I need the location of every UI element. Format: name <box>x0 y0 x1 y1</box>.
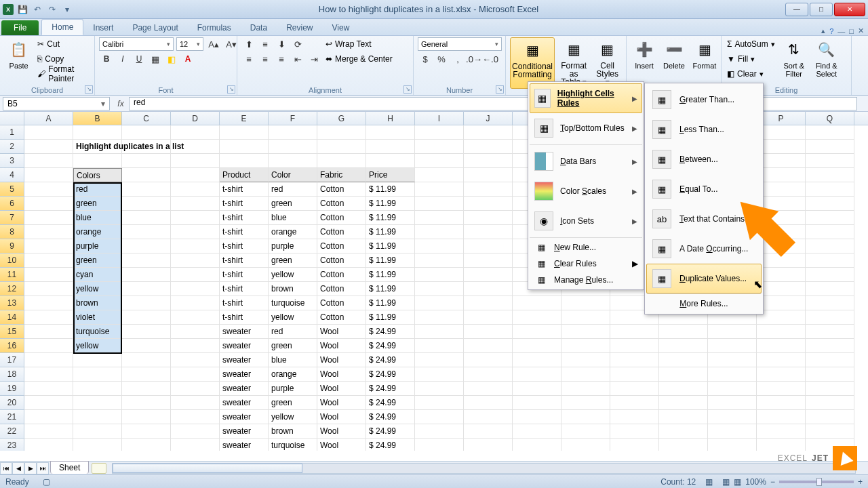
row-header-18[interactable]: 18 <box>0 367 24 382</box>
cell-G20[interactable]: Wool <box>317 396 366 410</box>
cell-B16[interactable]: yellow <box>73 339 122 353</box>
cell-C4[interactable] <box>122 168 171 182</box>
cell-L13[interactable] <box>561 296 610 310</box>
cell-H15[interactable]: $ 24.99 <box>366 325 415 339</box>
zoom-level[interactable]: 100% <box>745 477 766 487</box>
cell-Q9[interactable] <box>806 239 854 253</box>
cell-D19[interactable] <box>171 382 220 396</box>
border-button[interactable]: ▦ <box>148 52 163 66</box>
cell-Q14[interactable] <box>806 310 854 325</box>
cell-N23[interactable] <box>659 439 708 451</box>
cell-C5[interactable] <box>122 182 171 197</box>
cell-P2[interactable] <box>757 140 806 154</box>
cell-G14[interactable]: Cotton <box>317 310 366 325</box>
cell-Q5[interactable] <box>806 182 854 197</box>
cell-H11[interactable]: $ 11.99 <box>366 268 415 282</box>
cell-J2[interactable] <box>464 140 513 154</box>
cell-A20[interactable] <box>24 396 73 410</box>
cell-A23[interactable] <box>24 439 73 451</box>
cell-K14[interactable] <box>513 310 561 325</box>
align-center-icon[interactable]: ≡ <box>258 52 273 66</box>
find-select-button[interactable]: 🔍Find & Select <box>812 37 842 79</box>
cell-A6[interactable] <box>24 197 73 211</box>
cell-C14[interactable] <box>122 310 171 325</box>
cell-I11[interactable] <box>415 268 464 282</box>
insert-cells-button[interactable]: ➕Insert <box>631 37 658 71</box>
cell-H9[interactable]: $ 11.99 <box>366 239 415 253</box>
cell-E6[interactable]: t-shirt <box>220 197 269 211</box>
cell-K22[interactable] <box>513 424 561 439</box>
view-normal-icon[interactable]: ▦ <box>705 477 713 487</box>
autosum-button[interactable]: ΣAutoSum ▾ <box>726 37 776 51</box>
cell-I3[interactable] <box>415 154 464 168</box>
column-header-F[interactable]: F <box>269 112 317 125</box>
cell-K20[interactable] <box>513 396 561 410</box>
font-size-combo[interactable]: 12 <box>176 37 203 51</box>
cell-C12[interactable] <box>122 282 171 296</box>
alignment-dialog-launcher[interactable]: ↘ <box>403 85 412 94</box>
cell-J5[interactable] <box>464 182 513 197</box>
next-sheet-button[interactable]: ▶ <box>24 462 37 474</box>
cell-D8[interactable] <box>171 225 220 239</box>
zoom-in-button[interactable]: + <box>858 477 863 487</box>
new-rule-item[interactable]: ▦New Rule... <box>530 239 642 256</box>
cell-K17[interactable] <box>513 353 561 367</box>
align-middle-icon[interactable]: ≡ <box>258 37 273 51</box>
format-cells-button[interactable]: ▦Format <box>690 37 719 71</box>
cell-G19[interactable]: Wool <box>317 382 366 396</box>
cell-A22[interactable] <box>24 424 73 439</box>
cell-Q8[interactable] <box>806 225 854 239</box>
cell-B20[interactable] <box>73 396 122 410</box>
cell-H19[interactable]: $ 24.99 <box>366 382 415 396</box>
cell-H13[interactable]: $ 11.99 <box>366 296 415 310</box>
row-header-6[interactable]: 6 <box>0 197 24 211</box>
cell-B19[interactable] <box>73 382 122 396</box>
row-header-13[interactable]: 13 <box>0 296 24 310</box>
cell-F16[interactable]: green <box>269 339 317 353</box>
cell-B2[interactable]: Highlight duplicates in a list <box>73 140 122 154</box>
cell-B10[interactable]: green <box>73 253 122 268</box>
wrap-text-button[interactable]: ↩Wrap Text <box>324 37 394 51</box>
format-painter-button[interactable]: 🖌Format Painter <box>36 67 90 81</box>
cell-K21[interactable] <box>513 410 561 424</box>
cell-M18[interactable] <box>610 367 659 382</box>
cell-E22[interactable]: sweater <box>220 424 269 439</box>
cell-N21[interactable] <box>659 410 708 424</box>
cell-N15[interactable] <box>659 325 708 339</box>
cell-E23[interactable]: sweater <box>220 439 269 451</box>
row-header-15[interactable]: 15 <box>0 325 24 339</box>
minimize-ribbon-icon[interactable]: ▴ <box>821 26 825 35</box>
first-sheet-button[interactable]: ⏮ <box>0 462 12 474</box>
fx-icon[interactable]: fx <box>113 99 129 108</box>
cell-G7[interactable]: Cotton <box>317 211 366 225</box>
cell-C21[interactable] <box>122 410 171 424</box>
cell-B12[interactable]: yellow <box>73 282 122 296</box>
cell-D5[interactable] <box>171 182 220 197</box>
zoom-out-button[interactable]: − <box>770 477 775 487</box>
cell-F21[interactable]: yellow <box>269 410 317 424</box>
cell-F18[interactable]: orange <box>269 367 317 382</box>
decrease-decimal-icon[interactable]: ←.0 <box>483 52 498 66</box>
cell-P4[interactable] <box>757 168 806 182</box>
cell-F9[interactable]: purple <box>269 239 317 253</box>
paste-button[interactable]: 📋 Paste <box>4 37 33 71</box>
clear-button[interactable]: ◧Clear ▾ <box>726 67 776 81</box>
column-header-I[interactable]: I <box>415 112 464 125</box>
zoom-slider[interactable] <box>779 481 854 483</box>
copy-button[interactable]: ⎘Copy <box>36 52 90 66</box>
cell-C7[interactable] <box>122 211 171 225</box>
cell-H6[interactable]: $ 11.99 <box>366 197 415 211</box>
cell-N18[interactable] <box>659 367 708 382</box>
cell-E8[interactable]: t-shirt <box>220 225 269 239</box>
cell-B5[interactable]: red <box>73 182 122 197</box>
cell-I2[interactable] <box>415 140 464 154</box>
cell-J10[interactable] <box>464 253 513 268</box>
qat-dropdown-icon[interactable]: ▾ <box>61 3 73 16</box>
cell-G23[interactable]: Wool <box>317 439 366 451</box>
cell-P14[interactable] <box>757 310 806 325</box>
cell-Q2[interactable] <box>806 140 854 154</box>
cell-I21[interactable] <box>415 410 464 424</box>
cell-F15[interactable]: red <box>269 325 317 339</box>
cell-I16[interactable] <box>415 339 464 353</box>
cell-A4[interactable] <box>24 168 73 182</box>
